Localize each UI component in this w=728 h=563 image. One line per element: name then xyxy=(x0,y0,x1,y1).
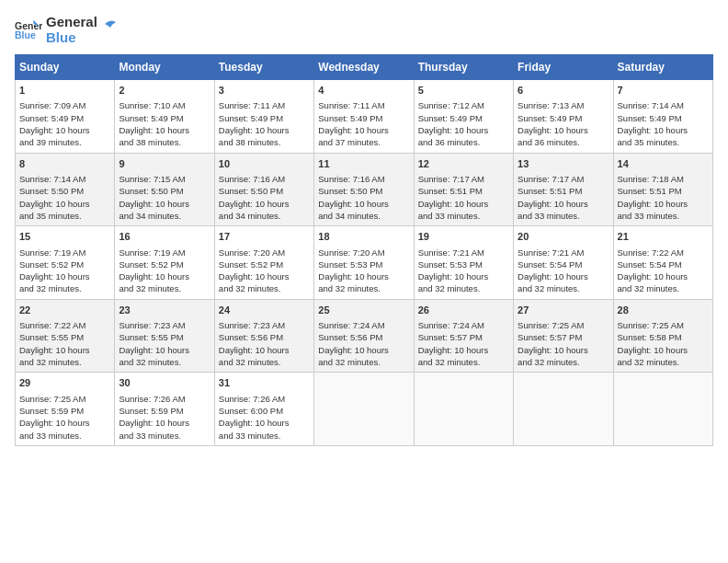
sunrise-label: Sunrise: 7:17 AM xyxy=(518,174,584,184)
daylight-label: Daylight: 10 hours xyxy=(318,125,389,135)
daylight-label: Daylight: 10 hours xyxy=(518,345,588,355)
sunset-label: Sunset: 5:49 PM xyxy=(618,113,682,123)
daylight-label: Daylight: 10 hours xyxy=(19,199,90,209)
logo: General Blue General Blue xyxy=(15,15,118,45)
sunrise-label: Sunrise: 7:21 AM xyxy=(518,247,584,258)
daylight-label: Daylight: 10 hours xyxy=(119,199,189,209)
daylight-label: Daylight: 10 hours xyxy=(618,271,688,282)
calendar-cell: 7Sunrise: 7:14 AMSunset: 5:49 PMDaylight… xyxy=(613,80,712,154)
daylight-label: Daylight: 10 hours xyxy=(119,271,189,282)
daylight-minutes: and 33 minutes. xyxy=(119,431,181,441)
sunrise-label: Sunrise: 7:21 AM xyxy=(418,247,484,258)
calendar-week-row: 15Sunrise: 7:19 AMSunset: 5:52 PMDayligh… xyxy=(16,226,713,300)
daylight-minutes: and 33 minutes. xyxy=(418,211,481,221)
sunset-label: Sunset: 5:57 PM xyxy=(418,332,483,342)
day-number: 27 xyxy=(518,304,609,317)
daylight-minutes: and 35 minutes. xyxy=(19,211,82,221)
calendar-header-row: SundayMondayTuesdayWednesdayThursdayFrid… xyxy=(16,55,713,80)
calendar-cell: 28Sunrise: 7:25 AMSunset: 5:58 PMDayligh… xyxy=(613,299,712,373)
calendar-cell: 4Sunrise: 7:11 AMSunset: 5:49 PMDaylight… xyxy=(314,80,414,154)
daylight-label: Daylight: 10 hours xyxy=(418,271,489,282)
daylight-minutes: and 32 minutes. xyxy=(219,283,281,293)
daylight-minutes: and 33 minutes. xyxy=(618,211,680,221)
weekday-header-friday: Friday xyxy=(514,55,613,80)
day-number: 10 xyxy=(219,157,310,171)
calendar-cell: 24Sunrise: 7:23 AMSunset: 5:56 PMDayligh… xyxy=(214,299,313,373)
calendar-cell: 5Sunrise: 7:12 AMSunset: 5:49 PMDaylight… xyxy=(414,80,513,154)
day-number: 7 xyxy=(618,84,709,98)
calendar-cell: 31Sunrise: 7:26 AMSunset: 6:00 PMDayligh… xyxy=(214,373,313,446)
calendar-cell xyxy=(613,373,712,446)
daylight-label: Daylight: 10 hours xyxy=(19,271,90,282)
sunrise-label: Sunrise: 7:14 AM xyxy=(618,100,684,110)
day-number: 6 xyxy=(518,84,609,98)
calendar-cell: 12Sunrise: 7:17 AMSunset: 5:51 PMDayligh… xyxy=(414,153,513,226)
daylight-label: Daylight: 10 hours xyxy=(618,345,688,355)
logo-general: General xyxy=(46,15,97,30)
calendar-cell xyxy=(414,373,513,446)
calendar-cell: 30Sunrise: 7:26 AMSunset: 5:59 PMDayligh… xyxy=(115,373,214,446)
day-number: 2 xyxy=(119,84,210,98)
day-number: 16 xyxy=(119,230,210,244)
daylight-label: Daylight: 10 hours xyxy=(518,271,588,282)
calendar-cell xyxy=(314,373,414,446)
day-number: 14 xyxy=(618,157,709,171)
day-number: 13 xyxy=(518,157,609,171)
calendar-cell: 26Sunrise: 7:24 AMSunset: 5:57 PMDayligh… xyxy=(414,299,513,373)
daylight-minutes: and 32 minutes. xyxy=(19,283,82,293)
sunrise-label: Sunrise: 7:26 AM xyxy=(219,394,285,404)
sunset-label: Sunset: 5:50 PM xyxy=(318,186,382,196)
sunset-label: Sunset: 5:59 PM xyxy=(19,406,84,416)
daylight-label: Daylight: 10 hours xyxy=(518,199,588,209)
weekday-header-monday: Monday xyxy=(115,55,214,80)
sunrise-label: Sunrise: 7:12 AM xyxy=(418,100,484,110)
day-number: 1 xyxy=(19,84,110,98)
day-number: 8 xyxy=(19,157,110,171)
daylight-minutes: and 32 minutes. xyxy=(318,283,381,293)
sunrise-label: Sunrise: 7:11 AM xyxy=(219,100,285,110)
weekday-header-thursday: Thursday xyxy=(414,55,513,80)
daylight-label: Daylight: 10 hours xyxy=(19,418,90,428)
calendar-week-row: 8Sunrise: 7:14 AMSunset: 5:50 PMDaylight… xyxy=(16,153,713,226)
calendar-week-row: 1Sunrise: 7:09 AMSunset: 5:49 PMDaylight… xyxy=(16,80,713,154)
daylight-minutes: and 33 minutes. xyxy=(19,431,82,441)
sunrise-label: Sunrise: 7:19 AM xyxy=(119,247,185,258)
calendar-cell: 1Sunrise: 7:09 AMSunset: 5:49 PMDaylight… xyxy=(16,80,115,154)
weekday-header-wednesday: Wednesday xyxy=(314,55,414,80)
daylight-label: Daylight: 10 hours xyxy=(518,125,588,135)
sunrise-label: Sunrise: 7:10 AM xyxy=(119,100,185,110)
sunrise-label: Sunrise: 7:14 AM xyxy=(19,174,85,184)
daylight-minutes: and 35 minutes. xyxy=(618,137,680,147)
sunrise-label: Sunrise: 7:11 AM xyxy=(318,100,384,110)
daylight-minutes: and 34 minutes. xyxy=(219,211,281,221)
calendar-cell: 17Sunrise: 7:20 AMSunset: 5:52 PMDayligh… xyxy=(214,226,313,300)
daylight-label: Daylight: 10 hours xyxy=(318,345,389,355)
sunset-label: Sunset: 5:53 PM xyxy=(318,259,382,270)
day-number: 17 xyxy=(219,230,310,244)
day-number: 12 xyxy=(418,157,509,171)
weekday-header-saturday: Saturday xyxy=(613,55,712,80)
sunrise-label: Sunrise: 7:19 AM xyxy=(19,247,85,258)
calendar-cell: 3Sunrise: 7:11 AMSunset: 5:49 PMDaylight… xyxy=(214,80,313,154)
sunset-label: Sunset: 5:50 PM xyxy=(219,186,283,196)
day-number: 29 xyxy=(19,376,110,390)
calendar-week-row: 22Sunrise: 7:22 AMSunset: 5:55 PMDayligh… xyxy=(16,299,713,373)
day-number: 30 xyxy=(119,376,210,390)
day-number: 25 xyxy=(318,304,409,317)
weekday-header-sunday: Sunday xyxy=(16,55,115,80)
sunrise-label: Sunrise: 7:16 AM xyxy=(219,174,285,184)
day-number: 20 xyxy=(518,230,609,244)
daylight-label: Daylight: 10 hours xyxy=(418,125,489,135)
sunset-label: Sunset: 5:49 PM xyxy=(219,113,283,123)
day-number: 4 xyxy=(318,84,409,98)
calendar-cell: 15Sunrise: 7:19 AMSunset: 5:52 PMDayligh… xyxy=(16,226,115,300)
calendar-table: SundayMondayTuesdayWednesdayThursdayFrid… xyxy=(15,54,713,446)
day-number: 15 xyxy=(19,230,110,244)
sunrise-label: Sunrise: 7:18 AM xyxy=(618,174,684,184)
sunset-label: Sunset: 5:58 PM xyxy=(618,332,682,342)
calendar-cell xyxy=(514,373,613,446)
day-number: 21 xyxy=(618,230,709,244)
daylight-label: Daylight: 10 hours xyxy=(119,345,189,355)
sunset-label: Sunset: 5:49 PM xyxy=(518,113,582,123)
daylight-minutes: and 38 minutes. xyxy=(219,137,281,147)
